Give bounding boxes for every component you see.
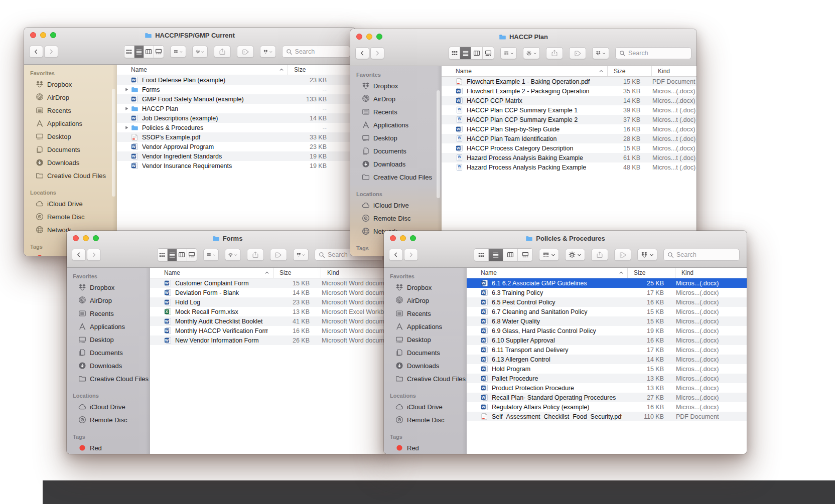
disclosure-triangle-icon[interactable]: [122, 106, 131, 111]
sidebar-item-dropbox[interactable]: Dropbox: [384, 281, 467, 294]
share-button[interactable]: [546, 47, 563, 59]
back-button[interactable]: [72, 249, 86, 261]
group-button[interactable]: [539, 249, 559, 261]
sidebar-item-documents[interactable]: Documents: [24, 143, 117, 156]
file-row[interactable]: W Pallet Procedure 13 KB Micros...(.docx…: [467, 374, 747, 383]
search-input[interactable]: [628, 50, 687, 57]
sidebar-item-applications[interactable]: Applications: [384, 320, 467, 333]
sidebar-item-creative-cloud-files[interactable]: Creative Cloud Files: [67, 372, 150, 385]
minimize-button[interactable]: [40, 32, 46, 38]
file-row[interactable]: Self_Assessment_Checklist_Food_Security.…: [467, 412, 747, 421]
file-row[interactable]: W Job Descriptions (example) 14 KB: [117, 113, 355, 123]
file-row[interactable]: W HACCP Process Category Description 15 …: [442, 143, 697, 153]
sidebar-item-documents[interactable]: Documents: [384, 346, 467, 359]
file-row[interactable]: W Hold Program 15 KB Micros...(.docx): [467, 364, 747, 374]
group-button[interactable]: [203, 249, 219, 261]
gallery-view-button[interactable]: [154, 46, 164, 58]
search-field[interactable]: [615, 47, 691, 59]
file-row[interactable]: W 6.7 Cleaning and Sanitation Policy 15 …: [467, 307, 747, 316]
titlebar[interactable]: HACCP/FSP/GMP Current: [24, 28, 355, 43]
action-button[interactable]: [225, 249, 240, 261]
file-row[interactable]: W Food Defense Plan (example) 23 KB: [117, 75, 355, 85]
column-header-name[interactable]: Name: [442, 66, 607, 76]
sidebar-item-recents[interactable]: Recents: [24, 104, 117, 117]
sidebar-item-airdrop[interactable]: AirDrop: [384, 294, 467, 307]
column-view-button[interactable]: [503, 249, 518, 261]
sidebar-item-icloud-drive[interactable]: iCloud Drive: [350, 199, 442, 212]
action-button[interactable]: [565, 249, 585, 261]
file-row[interactable]: W Flowchart Example 2 - Packaging Operat…: [442, 86, 697, 96]
share-button[interactable]: [591, 249, 608, 261]
gallery-view-button[interactable]: [483, 47, 494, 59]
sidebar-item-icloud-drive[interactable]: iCloud Drive: [67, 400, 150, 413]
file-row[interactable]: W 6.3 Training Policy 17 KB Micros...(.d…: [467, 288, 747, 297]
file-row[interactable]: W Vendor Approval Program 23 KB: [117, 142, 355, 151]
file-row[interactable]: W 6.11 Transport and Delivery 17 KB Micr…: [467, 345, 747, 355]
tag-button[interactable]: [569, 47, 586, 59]
list-view-button[interactable]: [168, 249, 178, 261]
file-row[interactable]: W HACCP Plan CCP Summary Example 1 39 KB…: [442, 105, 697, 115]
list-view-button[interactable]: [134, 46, 145, 58]
gallery-view-button[interactable]: [187, 249, 197, 261]
dropbox-button[interactable]: [637, 249, 657, 261]
file-row[interactable]: W 6.5 Pest Control Policy 16 KB Micros..…: [467, 297, 747, 307]
sidebar-item-recents[interactable]: Recents: [384, 307, 467, 320]
file-row[interactable]: W 6.1 6.2 Associate GMP Guidelines 25 KB…: [467, 278, 747, 288]
zoom-button[interactable]: [93, 235, 99, 241]
file-row[interactable]: W Vendor Insurance Requirements 19 KB: [117, 161, 355, 171]
sidebar-item-remote-disc[interactable]: Remote Disc: [24, 210, 117, 223]
sidebar-item-desktop[interactable]: Desktop: [384, 333, 467, 346]
column-header-name[interactable]: Name: [150, 268, 273, 278]
minimize-button[interactable]: [366, 34, 372, 40]
back-button[interactable]: [389, 249, 403, 261]
file-row[interactable]: Policies & Procedures --: [117, 123, 355, 132]
group-button[interactable]: [500, 47, 517, 59]
column-header-name[interactable]: Name: [467, 268, 627, 278]
sidebar-item-desktop[interactable]: Desktop: [350, 131, 442, 144]
sidebar-item-red[interactable]: Red: [384, 441, 467, 454]
sidebar-item-applications[interactable]: Applications: [350, 118, 442, 131]
file-row[interactable]: W 6.10 Supplier Approval 16 KB Micros...…: [467, 335, 747, 345]
sidebar-item-downloads[interactable]: Downloads: [350, 157, 442, 171]
sidebar-item-icloud-drive[interactable]: iCloud Drive: [384, 400, 467, 413]
sidebar-item-downloads[interactable]: Downloads: [384, 359, 467, 372]
file-row[interactable]: W HACCP CCP Matrix 14 KB Micros...(.docx…: [442, 96, 697, 105]
icon-view-button[interactable]: [449, 47, 460, 59]
dropbox-button[interactable]: [260, 46, 276, 58]
column-header-kind[interactable]: Kind: [675, 268, 747, 278]
titlebar[interactable]: Policies & Procedures: [384, 231, 747, 246]
column-view-button[interactable]: [144, 46, 154, 58]
titlebar[interactable]: Forms: [67, 231, 388, 246]
sidebar-item-creative-cloud-files[interactable]: Creative Cloud Files: [384, 372, 467, 385]
search-input[interactable]: [676, 251, 736, 258]
file-row[interactable]: W Hazard Process Analysis Baking Example…: [442, 153, 697, 162]
sidebar-item-airdrop[interactable]: AirDrop: [24, 91, 117, 104]
close-button[interactable]: [73, 235, 79, 241]
sidebar-item-remote-disc[interactable]: Remote Disc: [67, 413, 150, 426]
column-header-kind[interactable]: Kind: [321, 268, 388, 278]
file-row[interactable]: SSOP's Example.pdf 33 KB: [117, 132, 355, 142]
column-view-button[interactable]: [471, 47, 482, 59]
sidebar-item-creative-cloud-files[interactable]: Creative Cloud Files: [24, 169, 117, 182]
tag-button[interactable]: [270, 249, 287, 261]
file-row[interactable]: HACCP Plan --: [117, 104, 355, 113]
file-row[interactable]: W Customer Complaint Form 15 KB Microsof…: [150, 278, 388, 288]
column-header-size[interactable]: Size: [607, 66, 651, 76]
minimize-button[interactable]: [400, 235, 406, 241]
gallery-view-button[interactable]: [518, 249, 532, 261]
column-header-size[interactable]: Size: [288, 65, 338, 75]
list-view-button[interactable]: [489, 249, 503, 261]
sidebar-item-desktop[interactable]: Desktop: [67, 333, 150, 346]
file-row[interactable]: W 6.13 Allergen Control 14 KB Micros...(…: [467, 355, 747, 364]
file-row[interactable]: W Monthly HACCP Verification Form 16 KB …: [150, 326, 388, 335]
sidebar-item-desktop[interactable]: Desktop: [24, 130, 117, 143]
disclosure-triangle-icon[interactable]: [122, 125, 131, 130]
file-row[interactable]: W HACCP Plan CCP Summary Example 2 37 KB…: [442, 115, 697, 124]
minimize-button[interactable]: [83, 235, 89, 241]
list-view-button[interactable]: [460, 47, 471, 59]
file-row[interactable]: W HACCP Plan Step-by-Step Guide 16 KB Mi…: [442, 124, 697, 134]
file-row[interactable]: Flowchart Example 1 - Baking Operation.p…: [442, 77, 697, 86]
group-button[interactable]: [170, 46, 186, 58]
sidebar-item-dropbox[interactable]: Dropbox: [24, 78, 117, 91]
zoom-button[interactable]: [410, 235, 416, 241]
